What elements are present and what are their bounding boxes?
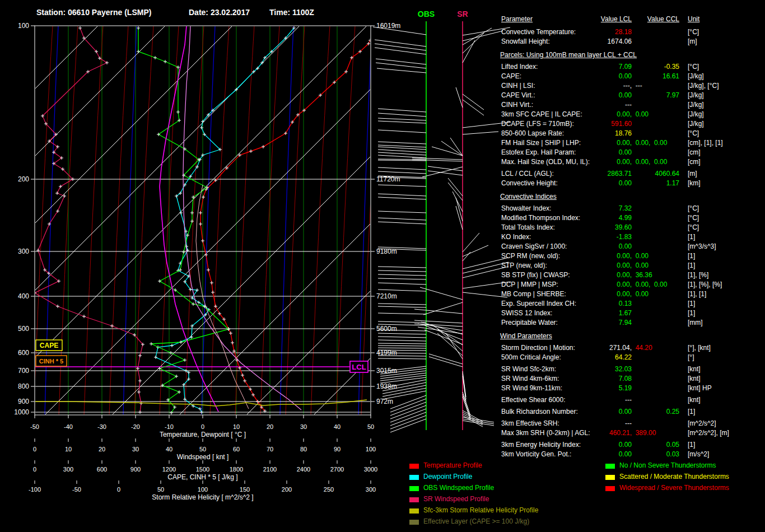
unit-label: [J/kg] xyxy=(688,72,704,80)
svg-text:-20: -20 xyxy=(131,423,140,430)
section-header: Parcels: Using 100mB mean layer LCL + CC… xyxy=(500,51,765,60)
parameter-label: 500m Critical Angle: xyxy=(501,353,561,361)
value-lcl: 4.99 xyxy=(619,214,632,222)
value-ccl: -0.35 xyxy=(664,63,679,71)
table-row: Max. Hail Size (OLD, MU, IL):0.00, 0.00,… xyxy=(500,158,765,167)
table-row: CINH | LSI:---, ---[J/kg], [°C] xyxy=(500,82,765,91)
table-row: 3km SFC CAPE | IL CAPE:0.00, 0.00[J/kg] xyxy=(500,110,765,120)
svg-text:80: 80 xyxy=(300,446,307,452)
value-lcl: 0.00 xyxy=(619,179,632,187)
col-value-lcl: Value LCL xyxy=(601,15,632,23)
unit-label: [°C] xyxy=(688,63,699,71)
svg-text:CAPE: CAPE xyxy=(40,342,58,349)
value-lcl: 0.00 xyxy=(619,148,632,156)
unit-label: [J/kg] xyxy=(688,91,704,99)
svg-text:30: 30 xyxy=(300,423,307,430)
table-row: Precipitable Water:7.94[mm] xyxy=(500,319,765,328)
value-part: 389.00 xyxy=(632,429,656,437)
svg-text:3000: 3000 xyxy=(364,466,377,473)
unit-label: [1] xyxy=(688,262,695,269)
value-part: 0.00, 0.00 xyxy=(632,139,667,147)
value-lcl: 591.60 xyxy=(611,120,632,128)
table-row: 3km Effective SRH:---[m^2/s^2] xyxy=(500,419,765,429)
svg-text:20: 20 xyxy=(267,423,273,430)
svg-text:60: 60 xyxy=(233,446,240,452)
svg-text:0: 0 xyxy=(117,486,120,493)
value-lcl-extra: 0.00, 0.00 xyxy=(632,158,667,166)
value-lcl: 460.21, xyxy=(609,429,632,437)
value-lcl-extra: 0.00 xyxy=(632,290,649,298)
legend-label: No / Non Severe Thunderstorms xyxy=(619,461,716,469)
legend-color-swatch xyxy=(605,486,615,491)
svg-text:Windspeed [ knt ]: Windspeed [ knt ] xyxy=(177,453,229,461)
parameter-label: Modified Thompson Index: xyxy=(501,214,580,222)
unit-label: [J/kg] xyxy=(688,120,704,128)
unit-label: [cm], [1], [1] xyxy=(688,139,723,147)
unit-label: [1] xyxy=(688,408,695,416)
svg-text:5600m: 5600m xyxy=(376,325,397,333)
svg-text:2100: 2100 xyxy=(263,466,277,473)
value-lcl: 0.13 xyxy=(619,300,632,307)
value-lcl: 7.08 xyxy=(619,375,632,382)
parameter-label: SB STP (fix) | CWASP: xyxy=(501,271,570,279)
table-row: 850-600 Lapse Rate:18.76[°C] xyxy=(500,129,765,139)
value-part: 0.00 xyxy=(632,262,649,269)
svg-text:1938m: 1938m xyxy=(376,382,397,390)
unit-label: [m] xyxy=(688,38,697,45)
svg-text:40: 40 xyxy=(166,446,172,452)
value-ccl: 0.25 xyxy=(666,408,679,416)
parameter-label: 3km Energy Helicity Index: xyxy=(501,441,581,449)
unit-label: [cm] xyxy=(688,158,701,166)
value-lcl: 0.00, xyxy=(617,252,632,260)
table-row: Estofex Exp. Hail Param:0.00[cm] xyxy=(500,148,765,158)
parameter-label: DCAPE (LFS = 710mB): xyxy=(501,120,574,128)
unit-label: [J/kg] xyxy=(688,110,704,118)
table-row: MB Comp | SHERBE:0.00, 0.00[1], [1] xyxy=(500,290,765,300)
value-ccl: 1.17 xyxy=(666,179,679,187)
value-lcl: 1.67 xyxy=(619,309,632,317)
table-row: Bulk Richardson Number:0.000.25[1] xyxy=(500,408,765,417)
value-part: 36.36 xyxy=(632,271,652,279)
svg-text:600: 600 xyxy=(18,349,29,357)
unit-label: [°] xyxy=(688,353,694,361)
svg-text:300: 300 xyxy=(18,248,29,255)
parameter-label: Convective Temperature: xyxy=(501,28,576,36)
svg-text:500: 500 xyxy=(18,325,29,333)
unit-label: [1] xyxy=(688,233,695,241)
svg-text:-100: -100 xyxy=(29,486,41,493)
svg-text:100: 100 xyxy=(18,22,29,30)
section-header: Convective Indices xyxy=(500,193,765,202)
obs-windspeed-profile xyxy=(138,28,228,413)
value-lcl-extra: 44.20 xyxy=(632,344,652,352)
parameter-label: Showalter Index: xyxy=(501,204,551,212)
value-lcl-extra: 389.00 xyxy=(632,429,656,437)
section-header: Wind Parameters xyxy=(500,332,765,342)
svg-text:1800: 1800 xyxy=(230,466,243,473)
legend-color-swatch xyxy=(409,464,419,469)
virtual-temperature-curve xyxy=(196,185,249,409)
value-part: 0.00 xyxy=(632,290,649,298)
parameter-label: CAPE Virt.: xyxy=(501,91,535,99)
svg-text:10: 10 xyxy=(233,423,240,430)
parameter-label: Effective Shear 6000: xyxy=(501,396,566,404)
legend-color-swatch xyxy=(409,475,419,480)
table-row: 500m Critical Angle:64.22[°] xyxy=(500,353,765,363)
table-row: SCP RM (new, old):0.00, 0.00[1] xyxy=(500,252,765,262)
value-lcl: 0.00, xyxy=(617,262,632,269)
value-part: --- xyxy=(632,82,642,90)
table-row: CINH Virt.:---[J/kg] xyxy=(500,101,765,110)
svg-text:70: 70 xyxy=(267,446,273,452)
unit-label: [m^3/s^3] xyxy=(688,242,716,250)
legend-color-swatch xyxy=(409,520,419,525)
value-lcl: 0.00 xyxy=(619,441,632,449)
parameter-label: 850-600 Lapse Rate: xyxy=(501,129,564,137)
table-row: SR Wind Sfc-2km:32.03[knt] xyxy=(500,365,765,375)
svg-text:-40: -40 xyxy=(64,423,73,430)
value-lcl: 32.03 xyxy=(615,365,632,373)
unit-label: [°C] xyxy=(688,223,699,231)
unit-label: [°C] xyxy=(688,28,699,36)
parameter-label: 3km SFC CAPE | IL CAPE: xyxy=(501,110,582,118)
svg-text:-50: -50 xyxy=(30,423,39,430)
value-lcl-extra: 0.00 xyxy=(632,252,649,260)
svg-text:-10: -10 xyxy=(165,423,174,430)
